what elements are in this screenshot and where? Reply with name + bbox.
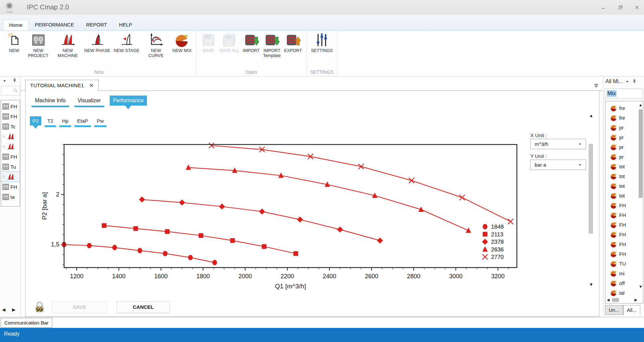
list-item[interactable]: FH xyxy=(605,249,643,259)
list-item[interactable]: FH xyxy=(605,220,643,230)
list-item-label: FH xyxy=(619,241,626,247)
list-item[interactable]: pr xyxy=(605,132,643,142)
ribbon-tab-performance[interactable]: PERFORMANCE xyxy=(29,19,80,31)
export-button[interactable]: EXPORT xyxy=(282,32,304,53)
tab-close-icon[interactable] xyxy=(89,83,94,88)
machine-icon xyxy=(7,143,14,150)
list-scrollbar-thumb[interactable] xyxy=(639,109,643,198)
new-button-label: NEW xyxy=(9,48,19,53)
mix-pie-icon xyxy=(610,270,617,277)
list-item[interactable]: FH xyxy=(605,230,643,239)
new-mix-button[interactable]: NEW MIX xyxy=(171,32,193,53)
tree-item[interactable]: ta xyxy=(1,192,20,202)
doc-scroll-down-icon[interactable]: ▼ xyxy=(589,282,593,287)
list-item[interactable]: tot xyxy=(605,171,643,181)
tree-item[interactable] xyxy=(1,131,20,141)
communication-bar-label[interactable]: Communication Bar xyxy=(1,318,52,328)
footer-cancel-label: CANCEL xyxy=(133,304,154,310)
right-panel-tab-all[interactable]: All... xyxy=(623,305,640,315)
mix-list: frefreprprprprtottottottotFHFHFHFHFHFHTU… xyxy=(605,103,643,298)
new-button[interactable]: NEW xyxy=(5,32,23,53)
right-panel-tabs: Un...All... xyxy=(605,305,640,315)
view-tab-machine-info[interactable]: Machine Info xyxy=(32,96,69,106)
chart-tab-p2[interactable]: P2 xyxy=(30,116,41,125)
tree-item[interactable] xyxy=(1,172,20,182)
doc-scroll-up-icon[interactable]: ▲ xyxy=(589,113,593,118)
tree-item-label: FH xyxy=(10,184,17,190)
list-scroll-right-icon[interactable]: ▶ xyxy=(634,298,637,302)
caret-down-icon[interactable] xyxy=(3,79,6,83)
restore-button[interactable] xyxy=(615,3,626,11)
tree-item[interactable]: Tc xyxy=(1,121,20,131)
list-item[interactable]: FH xyxy=(605,201,643,210)
list-scroll-down-icon[interactable]: ▼ xyxy=(639,284,643,289)
import-template-button[interactable]: IMPORT Template xyxy=(261,32,282,58)
ribbon-tab-report[interactable]: REPORT xyxy=(80,19,113,31)
chart-tab-pw[interactable]: Pw xyxy=(94,116,107,125)
close-button[interactable] xyxy=(631,3,643,11)
tree-scroll-right-icon[interactable]: ▶ xyxy=(12,307,15,312)
mix-pie-icon xyxy=(610,241,617,248)
ribbon-tab-help[interactable]: HELP xyxy=(113,19,138,31)
list-scroll-up-icon[interactable]: ▲ xyxy=(639,103,643,107)
tree-item[interactable] xyxy=(1,141,20,152)
list-item[interactable]: TU xyxy=(605,259,643,269)
pin-icon[interactable] xyxy=(632,79,637,84)
settings-button[interactable]: SETTINGS xyxy=(309,32,334,53)
new-phase-button[interactable]: NEW PHASE xyxy=(83,32,112,53)
list-item[interactable]: pr xyxy=(605,142,643,152)
new-stage-button[interactable]: NEW STAGE xyxy=(112,32,141,53)
x-unit-select[interactable]: m^3/h xyxy=(530,139,586,149)
new-curve-button[interactable]: NEW CURVE xyxy=(141,32,171,58)
list-item[interactable]: tot xyxy=(605,181,643,191)
tree-item[interactable]: FH xyxy=(1,152,20,162)
tree-item[interactable]: Tu xyxy=(1,162,20,172)
list-item[interactable]: mi xyxy=(605,269,643,278)
footer-cancel-button[interactable]: CANCEL xyxy=(117,301,170,313)
left-search-input[interactable] xyxy=(1,87,13,95)
list-item[interactable]: FH xyxy=(605,210,643,220)
list-item[interactable]: off xyxy=(605,278,643,288)
list-scroll-left-icon[interactable]: ◀ xyxy=(607,298,609,302)
list-item[interactable]: tot xyxy=(605,191,643,201)
minimize-button[interactable] xyxy=(598,3,609,11)
import-button[interactable]: IMPORT xyxy=(241,32,261,53)
svg-text:2200: 2200 xyxy=(281,273,294,280)
list-item[interactable]: tot xyxy=(605,162,643,171)
ribbon-tab-home[interactable]: Home xyxy=(3,19,29,31)
ribbon-tabs: HomePERFORMANCEREPORTHELP xyxy=(3,19,138,31)
view-tab-visualizer[interactable]: Visualizer xyxy=(74,96,104,106)
list-hscrollbar-thumb[interactable] xyxy=(612,298,619,302)
right-panel-header[interactable]: All Mi... xyxy=(605,78,643,84)
right-search-input[interactable]: Mix xyxy=(605,89,643,99)
document-tab[interactable]: TUTORIAL MACHINE1 xyxy=(25,80,99,91)
list-item[interactable]: FH xyxy=(605,239,643,249)
list-item[interactable]: tal xyxy=(605,288,643,298)
vertical-scrollbar-thumb[interactable] xyxy=(589,144,593,234)
right-panel-tab-un[interactable]: Un... xyxy=(605,305,623,315)
list-item[interactable]: fre xyxy=(605,103,643,113)
chart-tab-etap[interactable]: EtaP xyxy=(74,116,91,125)
mix-pie-icon xyxy=(610,231,617,238)
mix-list-panel: frefreprprprprtottottottotFHFHFHFHFHFHTU… xyxy=(605,101,643,303)
left-search-box xyxy=(1,86,20,96)
view-tab-performance[interactable]: Performance xyxy=(110,96,147,106)
y-unit-select[interactable]: bar a xyxy=(530,160,586,170)
list-item[interactable]: pr xyxy=(605,152,643,162)
communication-bar-text: Communication Bar xyxy=(4,320,49,326)
tree-scroll-left-icon[interactable]: ◀ xyxy=(2,307,5,312)
list-item[interactable]: pr xyxy=(605,123,643,132)
chart-tab-t2[interactable]: T2 xyxy=(45,116,56,125)
ribbon-group-label-open: Open xyxy=(199,69,304,76)
new-project-button[interactable]: NEW PROJECT xyxy=(23,32,53,58)
chart-tab-hp[interactable]: Hp xyxy=(59,116,71,125)
list-item[interactable]: fre xyxy=(605,113,643,123)
tab-list-icon[interactable] xyxy=(594,83,599,88)
pin-icon[interactable] xyxy=(12,78,17,83)
tree-item[interactable]: FH xyxy=(1,101,20,111)
tree-item[interactable]: FH xyxy=(1,182,20,192)
new-machine-button[interactable]: NEW MACHINE xyxy=(53,32,83,58)
mix-pie-icon xyxy=(610,280,617,287)
expander-icon xyxy=(2,175,6,179)
tree-item[interactable]: FH xyxy=(1,111,20,121)
